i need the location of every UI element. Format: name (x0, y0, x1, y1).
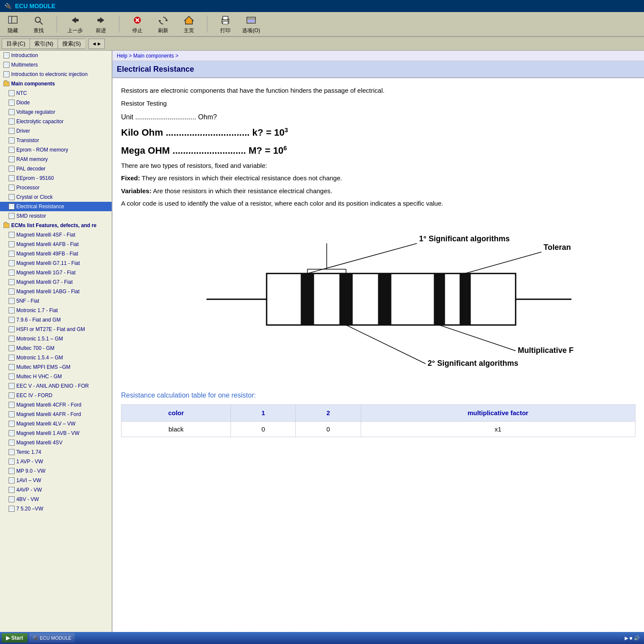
sidebar-item-4bv-vw[interactable]: 📄 4BV - VW (0, 495, 112, 504)
sidebar-label-ntc: NTC (16, 89, 27, 97)
doc-icon: 📄 (9, 355, 15, 361)
stop-label: 停止 (132, 27, 143, 34)
sidebar-label-magneti-4cfr: Magneti Marelli 4CFR - Ford (16, 401, 81, 409)
sidebar-item-multec-mpfi[interactable]: 📄 Multec MPFI EMS –GM (0, 362, 112, 372)
sidebar-item-crystal-clock[interactable]: 📄 Crystal or Clock (0, 192, 112, 202)
sidebar-item-electrolytic-capacitor[interactable]: 📄 Electrolytic capacitor (0, 117, 112, 126)
sidebar-item-magneti-4afb[interactable]: 📄 Magneti Marelli 4AFB - Fiat (0, 240, 112, 249)
sidebar-item-driver[interactable]: 📄 Driver (0, 126, 112, 136)
sidebar-item-main-components[interactable]: Main components (0, 79, 112, 88)
sidebar-label-voltage-regulator: Voltage regulator (16, 108, 55, 116)
fixed-label: Fixed: (121, 174, 140, 182)
table-cell-v1: 0 (231, 421, 296, 437)
sidebar-item-magneti-4lv[interactable]: 📄 Magneti Marelli 4LV – VW (0, 419, 112, 428)
sidebar-item-magneti-g7[interactable]: 📄 Magneti Marelli G7 - Fiat (0, 277, 112, 287)
back-button[interactable]: 上一步 (66, 14, 85, 34)
sidebar-item-transistor[interactable]: 📄 Transistor (0, 136, 112, 145)
sidebar-item-motronic-154[interactable]: 📄 Motronic 1.5.4 – GM (0, 353, 112, 362)
doc-icon: 📄 (9, 156, 15, 162)
sidebar-item-7520-vw[interactable]: 📄 7 5.20 –VW (0, 504, 112, 513)
sidebar-item-magneti-49fb[interactable]: 📄 Magneti Marelli 49FB - Fiat (0, 249, 112, 258)
sidebar-item-796-fiat-gm[interactable]: 📄 7.9.6 - Fiat and GM (0, 315, 112, 325)
sidebar-item-mp90-vw[interactable]: 📄 MP 9.0 - VW (0, 466, 112, 476)
sidebar-item-magneti-4cfr[interactable]: 📄 Magneti Marelli 4CFR - Ford (0, 400, 112, 410)
hide-label: 隐藏 (8, 27, 18, 34)
sidebar-item-5nf-fiat[interactable]: 📄 5NF - Fiat (0, 296, 112, 306)
sidebar-item-eprom-rom[interactable]: 📄 Eprom - ROM memory (0, 145, 112, 155)
tab-index[interactable]: 索引(N) (30, 39, 58, 49)
sidebar-item-ram-memory[interactable]: 📄 RAM memory (0, 155, 112, 164)
sidebar-label-intro-injection: Introduction to electronic injection (11, 70, 88, 78)
doc-icon: 📄 (9, 213, 15, 219)
svg-rect-18 (223, 21, 228, 24)
sidebar-item-eecv-anil[interactable]: 📄 EEC V - ANIL AND ENIO - FOR (0, 381, 112, 391)
tab-contents[interactable]: 目录(C) (2, 39, 30, 49)
title-bar-text: ECU MODULE (15, 3, 55, 9)
sidebar-item-multec-hvhc[interactable]: 📄 Multec H VHC - GM (0, 372, 112, 381)
sidebar-item-motronic-151[interactable]: 📄 Motronic 1.5.1 – GM (0, 334, 112, 343)
sidebar-item-motronic-17[interactable]: 📄 Motronic 1.7 - Fiat (0, 306, 112, 315)
tab-search-label: 搜索(S) (62, 40, 81, 48)
sidebar-item-magneti-4afr[interactable]: 📄 Magneti Marelli 4AFR - Ford (0, 410, 112, 419)
taskbar-clock: ▶ ■ 🔊 (622, 635, 642, 641)
home-label: 主页 (184, 27, 194, 34)
sidebar-item-smd-resistor[interactable]: 📄 SMD resistor (0, 211, 112, 221)
sidebar-label-magneti-g711: Magneti Marelli G7.11 - Fiat (16, 259, 80, 267)
sidebar-item-electrical-resistance[interactable]: 📄 Electrical Resistance (0, 202, 112, 211)
hide-button[interactable]: 隐藏 (3, 14, 22, 34)
sidebar-item-ecms-list[interactable]: ECMs list Features, defects, and re (0, 221, 112, 230)
sidebar-item-hsfi-mt27e[interactable]: 📄 HSFI or MT27E - Fiat and GM (0, 325, 112, 334)
toolbar: 隐藏 查找 上一步 前进 (0, 12, 644, 37)
sidebar-label-electrical-resistance: Electrical Resistance (16, 203, 64, 210)
sidebar-item-magneti-1abg[interactable]: 📄 Magneti Marelli 1ABG - Fiat (0, 287, 112, 296)
nav-arrows[interactable]: ◄► (88, 39, 105, 49)
toleran-label: Toleran (544, 243, 571, 252)
sidebar-label-magneti-4sv: Magneti Marelli 4SV (16, 439, 62, 447)
sidebar-item-multimeters[interactable]: 📄 Multimeters (0, 60, 112, 70)
resistor-diagram: 1° Significant algorithms Toleran Multip… (121, 218, 635, 381)
sidebar-item-magneti-1g7[interactable]: 📄 Magneti Marelli 1G7 - Fiat (0, 268, 112, 277)
sidebar-item-magneti-4sv[interactable]: 📄 Magneti Marelli 4SV (0, 438, 112, 447)
doc-icon: 📄 (9, 204, 15, 210)
sidebar-item-voltage-regulator[interactable]: 📄 Voltage regulator (0, 107, 112, 117)
svg-line-4 (40, 22, 43, 24)
sidebar-label-crystal-clock: Crystal or Clock (16, 193, 53, 201)
start-button[interactable]: ▶ Start (2, 633, 27, 643)
sidebar-item-introduction[interactable]: 📄 Introduction (0, 51, 112, 60)
sidebar-item-processor[interactable]: 📄 Processor (0, 183, 112, 192)
svg-marker-7 (100, 17, 104, 23)
doc-icon: 📄 (9, 364, 15, 370)
sidebar-item-multec-700[interactable]: 📄 Multec 700 - GM (0, 343, 112, 353)
find-button[interactable]: 查找 (29, 14, 48, 34)
options-button[interactable]: 选项(O) (242, 14, 261, 34)
stop-button[interactable]: 停止 (128, 14, 147, 34)
sidebar-item-magneti-4sf[interactable]: 📄 Magneti Marelli 4SF - Fiat (0, 230, 112, 240)
sidebar-item-pal-decoder[interactable]: 📄 PAL decoder (0, 164, 112, 173)
tab-search[interactable]: 搜索(S) (58, 39, 85, 49)
doc-icon: 📄 (9, 336, 15, 342)
sidebar-item-eeciv-ford[interactable]: 📄 EEC IV - FORD (0, 391, 112, 400)
taskbar-ecu-module[interactable]: 🔌 ECU MODULE (29, 633, 75, 643)
sidebar-item-ntc[interactable]: 📄 NTC (0, 88, 112, 98)
sidebar-item-magneti-1avb[interactable]: 📄 Magneti Marelli 1 AVB - VW (0, 428, 112, 438)
sidebar-item-magneti-g711[interactable]: 📄 Magneti Marelli G7.11 - Fiat (0, 258, 112, 268)
sidebar-label-1avp-vw: 1 AVP - VW (16, 458, 43, 465)
refresh-button[interactable]: 刷新 (154, 14, 173, 34)
doc-icon: 📄 (9, 251, 15, 257)
table-header-2: 2 (296, 405, 361, 422)
sidebar-item-diode[interactable]: 📄 Diode (0, 98, 112, 107)
sidebar-label-ram-memory: RAM memory (16, 155, 48, 163)
sidebar-item-1avi-vw[interactable]: 📄 1AVI – VW (0, 476, 112, 485)
sidebar-item-1avp-vw[interactable]: 📄 1 AVP - VW (0, 457, 112, 466)
sidebar-item-intro-injection[interactable]: 📄 Introduction to electronic injection (0, 70, 112, 79)
sidebar-label-diode: Diode (16, 99, 30, 106)
print-button[interactable]: 打印 (216, 14, 235, 34)
sidebar-item-eeprom-95160[interactable]: 📄 EEprom - 95160 (0, 173, 112, 183)
options-label: 选项(O) (242, 27, 260, 34)
forward-button[interactable]: 前进 (91, 14, 110, 34)
home-button[interactable]: 主页 (179, 14, 198, 34)
table-header-1: 1 (231, 405, 296, 422)
doc-icon: 📄 (9, 137, 15, 143)
sidebar-item-4avp-vw[interactable]: 📄 4AVP - VW (0, 485, 112, 495)
sidebar-item-temic-174[interactable]: 📄 Temic 1.74 (0, 447, 112, 457)
